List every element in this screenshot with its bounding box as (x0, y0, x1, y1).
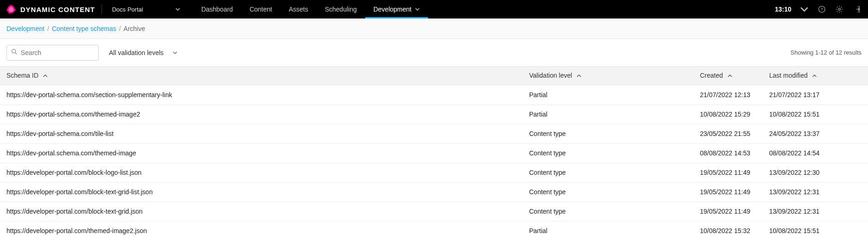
search-input[interactable] (21, 49, 95, 56)
col-schema-id[interactable]: Schema ID (0, 67, 523, 85)
table-row[interactable]: https://dev-portal-schema.com/themed-ima… (0, 105, 868, 124)
nav-tab-content[interactable]: Content (241, 0, 280, 18)
cell-created: 10/08/2022 15:32 (693, 221, 763, 240)
col-label: Last modified (769, 72, 808, 79)
cell-schema-id: https://dev-portal-schema.com/tile-list (0, 124, 523, 143)
cell-validation: Content type (523, 143, 693, 163)
chevron-down-icon (175, 6, 180, 13)
chevron-down-icon (415, 6, 420, 13)
sort-asc-icon (43, 72, 48, 80)
cell-actions (846, 105, 868, 124)
nav-tab-label: Development (374, 6, 412, 13)
breadcrumb-current: Archive (124, 25, 145, 32)
breadcrumb: Development/Content type schemas/Archive (0, 18, 868, 39)
nav-tab-label: Scheduling (325, 6, 356, 13)
clock: 13:10 (775, 6, 791, 13)
nav-tab-dashboard[interactable]: Dashboard (193, 0, 241, 18)
svg-line-6 (15, 53, 17, 54)
table-row[interactable]: https://developer-portal.com/themed-imag… (0, 221, 868, 240)
cell-schema-id: https://dev-portal-schema.com/themed-ima… (0, 105, 523, 124)
cell-created: 21/07/2022 12:13 (693, 85, 763, 105)
cell-modified: 08/08/2022 14:54 (763, 143, 846, 163)
cell-modified: 10/08/2022 15:51 (763, 221, 846, 240)
nav-tab-development[interactable]: Development (365, 0, 428, 18)
breadcrumb-link[interactable]: Content type schemas (52, 25, 116, 32)
sort-asc-icon (728, 72, 732, 80)
cell-schema-id: https://developer-portal.com/block-logo-… (0, 163, 523, 182)
cell-modified: 21/07/2022 13:17 (763, 85, 846, 105)
cell-created: 19/05/2022 11:49 (693, 202, 763, 221)
cell-actions (846, 85, 868, 105)
cell-schema-id: https://dev-portal-schema.com/section-su… (0, 85, 523, 105)
hub-selector[interactable]: Docs Portal (108, 4, 184, 15)
brand-block: DYNAMIC CONTENT (6, 4, 95, 15)
cell-actions (846, 124, 868, 143)
cell-actions (846, 143, 868, 163)
cell-actions (846, 163, 868, 182)
table-row[interactable]: https://developer-portal.com/block-logo-… (0, 163, 868, 182)
cell-actions (846, 202, 868, 221)
cell-actions (846, 221, 868, 240)
nav-tab-scheduling[interactable]: Scheduling (316, 0, 365, 18)
cell-schema-id: https://dev-portal.schema.com/themed-ima… (0, 143, 523, 163)
sort-asc-icon (812, 72, 817, 80)
col-validation-level[interactable]: Validation level (523, 67, 693, 85)
divider (102, 5, 102, 14)
topbar-right: 13:10 ? (775, 4, 862, 15)
cell-modified: 13/09/2022 12:31 (763, 202, 846, 221)
search-icon (11, 48, 18, 57)
col-actions (846, 67, 868, 85)
table-row[interactable]: https://dev-portal.schema.com/themed-ima… (0, 143, 868, 163)
cell-modified: 24/05/2022 13:37 (763, 124, 846, 143)
cell-actions (846, 182, 868, 202)
cell-created: 08/08/2022 14:53 (693, 143, 763, 163)
exit-icon[interactable] (851, 4, 862, 15)
table-header-row: Schema ID Validation level Created Last … (0, 67, 868, 85)
chevron-down-icon (173, 49, 177, 56)
cell-schema-id: https://developer-portal.com/block-text-… (0, 182, 523, 202)
search-field[interactable] (6, 45, 99, 61)
cell-created: 19/05/2022 11:49 (693, 182, 763, 202)
validation-level-filter[interactable]: All validation levels (105, 46, 181, 59)
nav-tab-label: Content (249, 6, 272, 13)
schemas-table: Schema ID Validation level Created Last … (0, 67, 868, 240)
chevron-down-icon[interactable] (799, 4, 810, 15)
main-nav-tabs: DashboardContentAssetsSchedulingDevelopm… (193, 0, 428, 18)
cell-modified: 13/09/2022 12:30 (763, 163, 846, 182)
sort-asc-icon (577, 72, 581, 80)
nav-tab-assets[interactable]: Assets (280, 0, 316, 18)
cell-schema-id: https://developer-portal.com/block-text-… (0, 202, 523, 221)
nav-tab-label: Assets (289, 6, 308, 13)
col-created[interactable]: Created (693, 67, 763, 85)
cell-validation: Partial (523, 85, 693, 105)
col-last-modified[interactable]: Last modified (763, 67, 846, 85)
cell-created: 23/05/2022 21:55 (693, 124, 763, 143)
col-label: Created (700, 72, 723, 79)
table-row[interactable]: https://dev-portal-schema.com/section-su… (0, 85, 868, 105)
breadcrumb-separator: / (48, 25, 49, 32)
col-label: Validation level (529, 72, 572, 79)
cell-created: 10/08/2022 15:29 (693, 105, 763, 124)
table-row[interactable]: https://dev-portal-schema.com/tile-listC… (0, 124, 868, 143)
svg-text:?: ? (820, 7, 823, 12)
cell-validation: Content type (523, 182, 693, 202)
table-row[interactable]: https://developer-portal.com/block-text-… (0, 202, 868, 221)
nav-tab-label: Dashboard (201, 6, 233, 13)
breadcrumb-link[interactable]: Development (6, 25, 45, 32)
col-label: Schema ID (6, 72, 38, 79)
cell-created: 19/05/2022 11:49 (693, 163, 763, 182)
cell-modified: 10/08/2022 15:51 (763, 105, 846, 124)
svg-point-5 (12, 49, 16, 53)
help-icon[interactable]: ? (816, 4, 827, 15)
filter-label: All validation levels (109, 49, 163, 56)
cell-validation: Content type (523, 163, 693, 182)
breadcrumb-separator: / (119, 25, 121, 32)
results-summary: Showing 1-12 of 12 results (790, 49, 862, 56)
cell-validation: Partial (523, 105, 693, 124)
top-nav: DYNAMIC CONTENT Docs Portal DashboardCon… (0, 0, 868, 18)
table-row[interactable]: https://developer-portal.com/block-text-… (0, 182, 868, 202)
cell-validation: Content type (523, 202, 693, 221)
brand-name: DYNAMIC CONTENT (20, 6, 95, 13)
brand-logo-icon (6, 4, 17, 15)
gear-icon[interactable] (834, 4, 845, 15)
